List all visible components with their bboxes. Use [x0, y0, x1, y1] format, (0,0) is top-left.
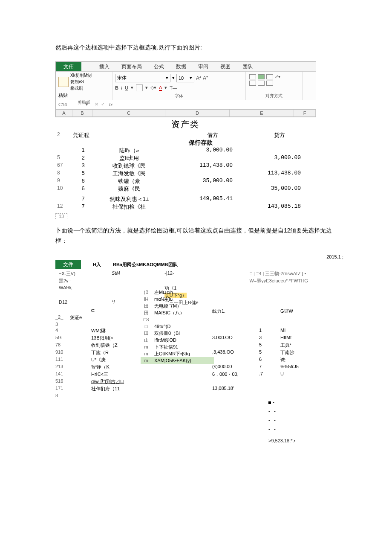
tab-layout[interactable]: 页面布局 [115, 62, 148, 71]
fig2-cell: α/w卩"|到吉⊿⊔ [91, 378, 142, 385]
tab-review[interactable]: 审阅 [192, 62, 214, 71]
fig2-cell: 社伸扪府（11 [91, 386, 142, 392]
fig2-cell: MI [280, 328, 314, 334]
cut-button[interactable]: Xk切削M制 [70, 73, 92, 78]
col-e[interactable]: E [230, 110, 294, 116]
fig2-cell [280, 386, 314, 392]
col-f[interactable]: F [294, 110, 316, 116]
align-top-center-icon[interactable] [258, 74, 265, 79]
fig2-cell: 丅南沙 [280, 349, 314, 356]
border-menu-item[interactable]: IHmα⅛4(iυ [141, 296, 214, 302]
paste-button[interactable] [58, 77, 69, 87]
col-b[interactable]: B [72, 110, 92, 116]
border-menu-item[interactable]: 田MAfStC（八） [141, 309, 214, 316]
fig2-cell: 8 [55, 393, 70, 398]
fig2-tab-file[interactable]: 文件 [55, 260, 81, 269]
tab-view[interactable]: 视图 [214, 62, 236, 71]
tab-team[interactable]: 团队 [236, 62, 259, 71]
border-menu-item[interactable]: mXΛM|O5K•FΛK(y) [141, 357, 214, 364]
font-name-select[interactable]: 宋体▾ [115, 74, 170, 82]
fig2-cell [153, 364, 212, 370]
border-menu-item[interactable]: □3 [141, 316, 214, 323]
copy-button[interactable]: 复制eS [70, 79, 92, 85]
table-row: 96铁罐（豪35,000.00 [55, 177, 315, 185]
fig2-cell: 13B阳用(« [91, 335, 142, 341]
fig2-cell: (s)000.00 [212, 364, 259, 370]
border-menu-item[interactable]: m上QttKMR下•βttq [141, 350, 214, 357]
fig2-date: 2015.1 ; [55, 254, 345, 259]
font-size-select[interactable]: 10▾ [176, 74, 194, 82]
fig2-cell: 工典* [280, 342, 314, 349]
fig2-cell [70, 386, 91, 392]
col-c[interactable]: C [92, 110, 165, 116]
fig2-tab-team[interactable]: RBa用网公kMKAOQMMB团队 [113, 262, 178, 268]
align-mid-center-icon[interactable] [258, 81, 265, 86]
align-top-right-icon[interactable] [266, 74, 273, 79]
name-box[interactable]: C14▾ [56, 100, 91, 109]
fig2-cell: ⅜*睁（K [91, 364, 142, 370]
fig2-cell: WM(楙 [91, 328, 142, 334]
square-icon [268, 401, 271, 404]
increase-font-icon[interactable]: A▴ [196, 75, 201, 81]
col-d[interactable]: D [165, 110, 230, 116]
align-mid-left-icon[interactable] [249, 81, 256, 86]
fx-icon[interactable]: fx [107, 102, 115, 107]
bold-button[interactable]: B [115, 85, 118, 90]
fig2-cell [91, 314, 142, 321]
cancel-icon[interactable]: ✕ [95, 102, 98, 107]
fig2-cell [70, 357, 91, 363]
fig2-cell: 111 [55, 357, 70, 363]
orientation-icon[interactable]: ⤢▾ [275, 74, 280, 79]
border-button[interactable] [136, 84, 143, 91]
fig2-cell [153, 371, 212, 378]
col-pz: 凭证程 [73, 131, 107, 139]
tab-home[interactable] [81, 62, 93, 71]
fig2-cell [91, 322, 142, 327]
align-t[interactable]: T— [170, 85, 177, 90]
paste-label: 粘贴 [58, 92, 105, 99]
table-row: 127社保扣检《社143,085.18 [55, 203, 315, 211]
clipboard-group: Xk切削M制 复制eS 格式刷 粘贴 剪贴板 [56, 72, 112, 100]
fig2-cell [259, 378, 280, 385]
fig2-cell [280, 378, 314, 385]
table-row: 1陆昨（»3,000.00 [55, 147, 315, 154]
fig2-cell: 3.000.OO [212, 335, 259, 341]
fig2-cell: 诛: [280, 357, 314, 363]
border-menu-item[interactable]: m卜下祉俵91 [141, 343, 214, 350]
fig2-cell: 213 [55, 364, 70, 370]
fig2-tab-insert[interactable]: H入 [93, 262, 101, 268]
decrease-font-icon[interactable]: A▾ [203, 75, 208, 81]
fig2-cell: 5 [259, 349, 280, 356]
fig2-cell [142, 371, 153, 378]
fig2-cell [142, 386, 153, 392]
italic-button[interactable]: I [121, 85, 122, 90]
font-color-button[interactable]: A [159, 85, 162, 91]
fig2-cell: 3 [259, 335, 280, 341]
border-menu-item[interactable]: (B左M⊔c/n [141, 289, 214, 296]
fig2-cell [212, 357, 259, 363]
border-dropdown-menu[interactable]: (B左M⊔c/nIHmα⅛4(iυ田无电绫（M）田MAfStC（八）□3□49t… [141, 289, 214, 364]
fig2-ribbon-row: −X.三V)StM-|12-= | =4 | 三三物·2rnswΛt∠[ • [55, 270, 345, 277]
tab-insert[interactable]: 插入 [93, 62, 115, 71]
bank-row: 保行存款 [55, 139, 315, 147]
brush-button[interactable]: 格式刷 [70, 85, 92, 91]
align-top-left-icon[interactable] [249, 74, 256, 79]
excel-figure-2: 2015.1 ; 文件 H入 RBa用网公kMKAOQMMB团队 −X.三V)S… [55, 254, 345, 445]
border-menu-item[interactable]: 田双偎皿0（Bi [141, 330, 214, 337]
fig2-cell [91, 393, 142, 398]
border-menu-item[interactable]: □49tα^(D [141, 323, 214, 330]
tab-data[interactable]: 数据 [170, 62, 192, 71]
border-menu-item[interactable]: 山IflrtM绥OD [141, 337, 214, 343]
fill-icon[interactable]: ◇▾ [150, 85, 156, 90]
underline-button[interactable]: U [125, 85, 128, 90]
tab-formula[interactable]: 公式 [148, 62, 170, 71]
align-group: ⤢▾ 对齐方式 [246, 72, 303, 100]
ribbon-body: Xk切削M制 复制eS 格式刷 粘贴 剪贴板 宋体▾ ▾ 10▾ A▴ A▾ B… [56, 72, 316, 100]
align-mid-right-icon[interactable] [266, 81, 273, 86]
table-row: 106猿麻《民35,000.00 [55, 185, 315, 193]
confirm-icon[interactable]: ✓ [101, 102, 105, 107]
border-menu-item[interactable]: 田无电绫（M） [141, 302, 214, 309]
fig2-cell [70, 349, 91, 356]
tab-file[interactable]: 文伟 [56, 62, 81, 71]
col-a[interactable]: A [56, 110, 72, 116]
